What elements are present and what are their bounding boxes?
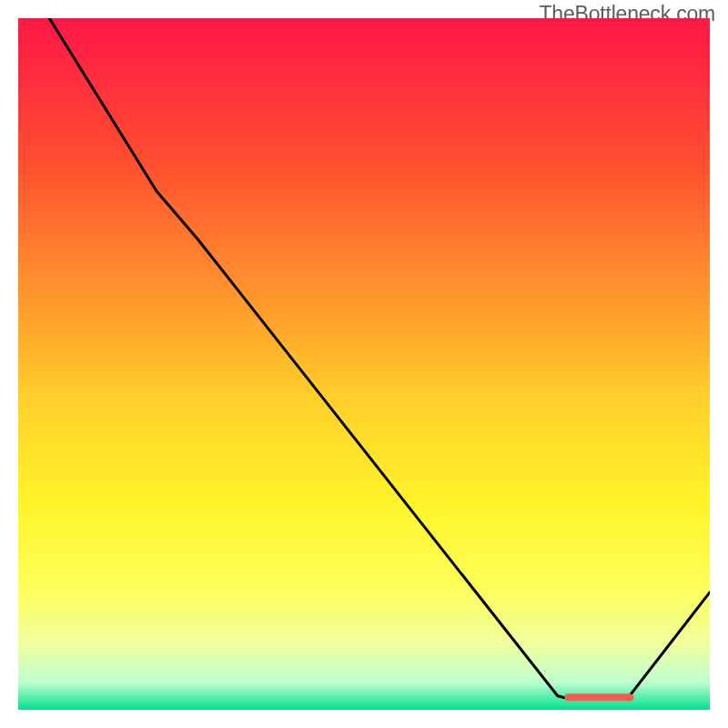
- optimal-range-marker: [564, 693, 633, 701]
- chart-plot: [18, 18, 710, 710]
- plot-background: [18, 18, 710, 710]
- chart-container: TheBottleneck.com: [0, 0, 728, 728]
